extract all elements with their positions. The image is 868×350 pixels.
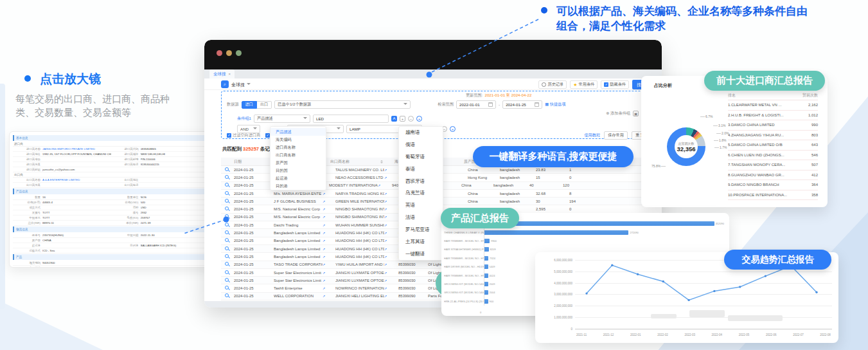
datasource-select[interactable]: 已选中1/2个数据源 xyxy=(274,100,411,109)
cell-importer[interactable]: M/S. National Electric Corp xyxy=(274,215,323,219)
language-menu-item[interactable]: 罗马尼亚语 xyxy=(399,224,443,236)
cell-exporter[interactable]: NOWRINCO INTERNATIONAL xyxy=(335,286,384,290)
magnifier-icon[interactable] xyxy=(225,223,230,228)
close-window-icon[interactable] xyxy=(217,50,222,56)
field-menu-item[interactable]: 海关编码 xyxy=(270,136,326,143)
cell-importer[interactable]: M/S. National Electric Corp xyxy=(274,207,323,211)
cell-exporter[interactable]: JIANGXI LUXMATE OPTOELECT xyxy=(335,279,384,282)
magnifier-icon[interactable] xyxy=(225,214,230,219)
company-link-icon[interactable]: ↗ xyxy=(323,207,329,211)
cell-exporter[interactable]: HUADONG HH (HK) CO LTD. U xyxy=(335,231,384,235)
magnifier-icon[interactable] xyxy=(225,238,230,243)
header-date[interactable]: 日期 xyxy=(234,159,274,165)
rank-row[interactable]: 2.H.U.B. FREIGHT & LOGISTI... 1,012 xyxy=(728,111,818,121)
company-link-icon[interactable]: ↗ xyxy=(384,176,391,180)
cell-importer[interactable]: Super Star Electronics Limit xyxy=(274,271,323,275)
language-menu-item[interactable]: 越南语 xyxy=(399,127,443,139)
company-link-icon[interactable]: ↗ xyxy=(384,255,391,259)
favorite-conditions-button[interactable]: ★常用条件 xyxy=(570,80,598,89)
cell-exporter[interactable]: HUADONG HH (HK) CO LTD. U xyxy=(335,255,384,259)
language-menu-item[interactable]: 乌克兰语 xyxy=(399,187,443,199)
expand-icon[interactable]: + xyxy=(400,116,405,122)
company-link-icon[interactable]: ↗ xyxy=(384,286,391,290)
company-link-icon[interactable]: ↗ xyxy=(323,255,329,259)
magnifier-icon[interactable] xyxy=(225,167,230,172)
add-condition-icon[interactable]: + xyxy=(416,116,422,122)
bar[interactable] xyxy=(484,256,488,261)
company-link-icon[interactable]: ↗ xyxy=(384,199,391,203)
bar[interactable] xyxy=(484,273,488,278)
cell-exporter[interactable]: HUADONG HH (HK) CO LTD. U xyxy=(335,239,384,243)
magnifier-icon[interactable] xyxy=(225,199,230,204)
magnifier-icon[interactable] xyxy=(225,293,230,299)
rank-row[interactable]: 1.CLEARWATER METAL VN ... 2,162 xyxy=(728,100,818,111)
company-link-icon[interactable]: ↗ xyxy=(323,247,329,251)
language-menu-item[interactable]: 俄语 xyxy=(399,139,443,151)
cell-exporter[interactable]: NARYA TRADING HONG KONG xyxy=(335,192,384,196)
magnifier-icon[interactable] xyxy=(225,270,230,275)
field-menu-item[interactable]: 产品描述 xyxy=(270,128,326,136)
rank-row[interactable]: 6.CHIEN LUEN IND (ZHONGS... 546 xyxy=(728,151,818,161)
company-link-icon[interactable]: ↗ xyxy=(323,192,329,196)
field-menu-item[interactable]: 目的国 xyxy=(270,167,326,174)
company-link-icon[interactable]: ↗ xyxy=(384,279,391,282)
bar[interactable] xyxy=(484,230,628,235)
rank-row[interactable]: 5.DAMCO CHINA LIMITED O/B 643 xyxy=(728,140,818,151)
field-menu-item[interactable]: 出口商名称 xyxy=(270,151,326,159)
company-link-icon[interactable]: ↗ xyxy=(323,199,329,203)
cell-exporter[interactable]: TALUS MACHINERY CO. LIMIT xyxy=(335,168,384,172)
bar[interactable] xyxy=(484,299,488,304)
cell-exporter[interactable]: HUADONG HH (HK) CO LTD. U xyxy=(335,247,384,251)
magnifier-icon[interactable] xyxy=(225,286,230,291)
add-condition-icon[interactable]: + xyxy=(450,126,456,132)
company-link-icon[interactable]: ↗ xyxy=(323,239,329,243)
company-link-icon[interactable]: ↗ xyxy=(384,262,391,266)
field-menu-item[interactable]: 起运港 xyxy=(270,174,326,182)
bar[interactable] xyxy=(484,290,488,295)
history-button[interactable]: 历史记录 xyxy=(538,80,567,89)
chevron-down-icon[interactable] xyxy=(247,83,251,87)
cell-exporter[interactable]: YIWU HUILA IMPORT AND EXP xyxy=(335,262,384,266)
add-condition-group-link[interactable]: ⊕ 添加条件组 xyxy=(606,111,630,116)
bar[interactable] xyxy=(484,264,488,269)
minimize-window-icon[interactable] xyxy=(226,50,232,56)
company-link-icon[interactable]: ↗ xyxy=(323,294,329,298)
cell-importer[interactable]: Bangladesh Lamps Limited xyxy=(274,247,323,251)
bar[interactable] xyxy=(484,221,714,226)
magnifier-icon[interactable] xyxy=(225,230,230,235)
company-link-icon[interactable]: ↗ xyxy=(323,215,329,219)
company-link-icon[interactable]: ↗ xyxy=(323,231,329,235)
company-link-icon[interactable]: ↗ xyxy=(323,286,329,290)
rank-row[interactable]: 9.DAMCO NINGBO BRANCH 364 xyxy=(728,180,818,190)
language-menu-item[interactable]: 土耳其语 xyxy=(399,236,443,248)
export-toggle[interactable]: 出口 xyxy=(257,101,272,109)
company-link-icon[interactable]: ↗ xyxy=(384,239,391,243)
cell-importer[interactable]: WELL CORPORATION xyxy=(274,294,323,298)
rank-row[interactable]: 10.PROSPACE INTERNATIONA... 358 xyxy=(728,190,818,201)
bar[interactable] xyxy=(484,247,489,252)
magnifier-icon[interactable] xyxy=(225,191,230,196)
magnifier-icon[interactable] xyxy=(225,254,230,259)
company-link-icon[interactable]: ↗ xyxy=(384,192,391,196)
remove-condition-icon[interactable]: − xyxy=(408,116,414,122)
sort-icon[interactable] xyxy=(380,159,387,165)
cell-importer[interactable]: Bangladesh Lamps Limited xyxy=(274,231,323,235)
language-menu-item[interactable]: 泰语 xyxy=(399,163,443,176)
company-link-icon[interactable]: ↗ xyxy=(384,168,391,172)
tab-global-search[interactable]: 全球搜 × xyxy=(209,69,235,78)
keyword-input-1[interactable]: LED xyxy=(313,115,389,123)
company-link-icon[interactable]: ↗ xyxy=(323,279,329,282)
company-link-icon[interactable]: ↗ xyxy=(323,271,329,275)
language-menu-item[interactable]: 葡萄牙语 xyxy=(399,151,443,163)
filter-blank-importer-checkbox[interactable]: ✓过滤空白进口商 xyxy=(227,133,260,138)
language-menu-item[interactable]: 法语 xyxy=(399,212,443,224)
cell-exporter[interactable]: WUHAN HUMMER SUNSHINE T xyxy=(335,223,384,227)
translate-icon[interactable]: A xyxy=(391,116,397,122)
cell-importer[interactable]: M/s. MARIA AYESHA ENTE xyxy=(274,192,323,196)
company-link-icon[interactable]: ↗ xyxy=(384,207,391,211)
cell-exporter[interactable]: MODESTY INTERNATIONAL LI xyxy=(329,183,378,187)
field-menu-item[interactable]: 目的港 xyxy=(270,182,326,190)
company-link-icon[interactable]: ↗ xyxy=(384,231,391,235)
quick-options-link[interactable]: ▦ 快捷选项 xyxy=(545,102,565,107)
cell-exporter[interactable]: GREEN MILE INTERNATIONAL xyxy=(335,199,384,203)
